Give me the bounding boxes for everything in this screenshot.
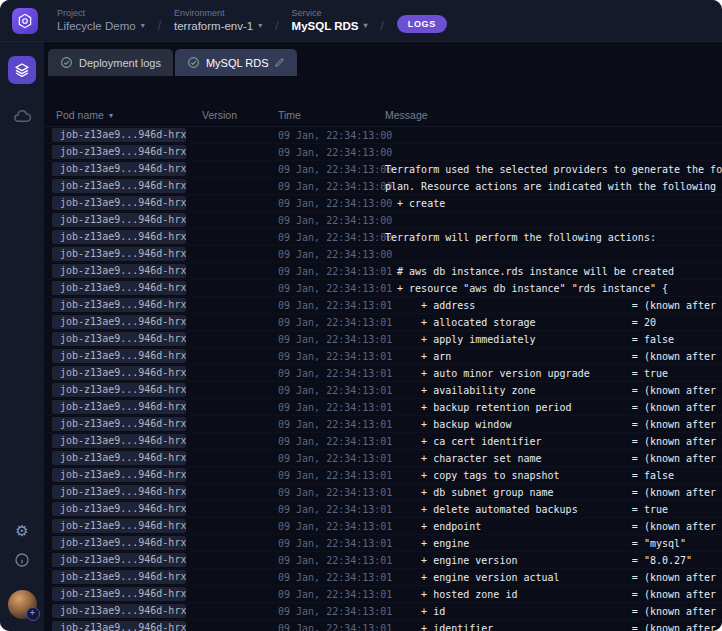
breadcrumb-service: Service MySQL RDS ▾ [292, 9, 368, 32]
user-avatar[interactable]: + [8, 590, 37, 619]
pod-name-cell[interactable]: job-z13ae9...946d-hrx29 [52, 366, 186, 380]
log-row[interactable]: job-z13ae9...946d-hrx2909 Jan, 22:34:13:… [44, 144, 722, 161]
sidebar-item-cloud[interactable] [8, 102, 36, 130]
pod-name-cell[interactable]: job-z13ae9...946d-hrx29 [52, 434, 186, 448]
log-row[interactable]: job-z13ae9...946d-hrx2909 Jan, 22:34:13:… [44, 263, 722, 280]
pod-name-cell[interactable]: job-z13ae9...946d-hrx29 [52, 383, 186, 397]
pod-name-cell[interactable]: job-z13ae9...946d-hrx29 [52, 485, 186, 499]
log-row[interactable]: job-z13ae9...946d-hrx2909 Jan, 22:34:13:… [44, 246, 722, 263]
pod-name-cell[interactable]: job-z13ae9...946d-hrx29 [52, 247, 186, 261]
log-row[interactable]: job-z13ae9...946d-hrx2909 Jan, 22:34:13:… [44, 229, 722, 246]
log-message: + character_set_name = (known after appl… [385, 453, 722, 464]
pod-name-cell[interactable]: job-z13ae9...946d-hrx29 [52, 145, 186, 159]
log-message: plan. Resource actions are indicated wit… [385, 181, 722, 192]
pod-name-cell[interactable]: job-z13ae9...946d-hrx29 [52, 349, 186, 363]
log-message: + engine_version = "8.0.27" [385, 555, 722, 566]
log-row[interactable]: job-z13ae9...946d-hrx2909 Jan, 22:34:13:… [44, 603, 722, 620]
log-row[interactable]: job-z13ae9...946d-hrx2909 Jan, 22:34:13:… [44, 484, 722, 501]
log-row[interactable]: job-z13ae9...946d-hrx2909 Jan, 22:34:13:… [44, 127, 722, 144]
environment-selector[interactable]: terraform-env-1 ▾ [174, 20, 262, 32]
pod-name-cell[interactable]: job-z13ae9...946d-hrx29 [52, 162, 186, 176]
settings-button[interactable]: ⚙ [15, 523, 28, 538]
column-header-version: Version [202, 109, 278, 121]
log-row[interactable]: job-z13ae9...946d-hrx2909 Jan, 22:34:13:… [44, 365, 722, 382]
chevron-down-icon: ▾ [363, 20, 367, 32]
info-button[interactable] [14, 552, 30, 572]
log-time: 09 Jan, 22:34:13:00 [278, 130, 385, 141]
pod-name-cell[interactable]: job-z13ae9...946d-hrx29 [52, 196, 186, 210]
log-message: + delete_automated_backups = true [385, 504, 722, 515]
pod-name-cell[interactable]: job-z13ae9...946d-hrx29 [52, 179, 186, 193]
log-row[interactable]: job-z13ae9...946d-hrx2909 Jan, 22:34:13:… [44, 501, 722, 518]
pencil-icon[interactable] [274, 57, 285, 68]
pod-name-cell[interactable]: job-z13ae9...946d-hrx29 [52, 230, 186, 244]
pod-name-cell[interactable]: job-z13ae9...946d-hrx29 [52, 281, 186, 295]
column-header-pod-name[interactable]: Pod name ▾ [44, 109, 202, 121]
log-row[interactable]: job-z13ae9...946d-hrx2909 Jan, 22:34:13:… [44, 297, 722, 314]
service-selector[interactable]: MySQL RDS ▾ [292, 20, 368, 32]
log-row[interactable]: job-z13ae9...946d-hrx2909 Jan, 22:34:13:… [44, 314, 722, 331]
pod-name-cell[interactable]: job-z13ae9...946d-hrx29 [52, 536, 186, 550]
log-row[interactable]: job-z13ae9...946d-hrx2909 Jan, 22:34:13:… [44, 195, 722, 212]
log-message: + endpoint = (known after apply) [385, 521, 722, 532]
log-row[interactable]: job-z13ae9...946d-hrx2909 Jan, 22:34:13:… [44, 382, 722, 399]
log-message: # aws_db_instance.rds_instance will be c… [385, 266, 722, 277]
pod-name-cell[interactable]: job-z13ae9...946d-hrx29 [52, 570, 186, 584]
pod-name-cell[interactable]: job-z13ae9...946d-hrx29 [52, 128, 186, 142]
pod-name-cell[interactable]: job-z13ae9...946d-hrx29 [52, 298, 186, 312]
pod-name-cell[interactable]: job-z13ae9...946d-hrx29 [52, 604, 186, 618]
log-rows[interactable]: job-z13ae9...946d-hrx2909 Jan, 22:34:13:… [44, 127, 722, 631]
log-row[interactable]: job-z13ae9...946d-hrx2909 Jan, 22:34:13:… [44, 331, 722, 348]
pod-name-cell[interactable]: job-z13ae9...946d-hrx29 [52, 417, 186, 431]
tab-mysql-rds[interactable]: MySQL RDS [175, 49, 298, 76]
chevron-down-icon: ▾ [141, 20, 145, 32]
log-row[interactable]: job-z13ae9...946d-hrx2909 Jan, 22:34:13:… [44, 518, 722, 535]
log-row[interactable]: job-z13ae9...946d-hrx2909 Jan, 22:34:13:… [44, 433, 722, 450]
sidebar-item-stacks[interactable] [8, 56, 36, 84]
log-row[interactable]: job-z13ae9...946d-hrx2909 Jan, 22:34:13:… [44, 178, 722, 195]
log-message: + allocated_storage = 20 [385, 317, 722, 328]
pod-name-cell[interactable]: job-z13ae9...946d-hrx29 [52, 519, 186, 533]
log-row[interactable]: job-z13ae9...946d-hrx2909 Jan, 22:34:13:… [44, 586, 722, 603]
pod-name-cell[interactable]: job-z13ae9...946d-hrx29 [52, 502, 186, 516]
column-header-message: Message [385, 109, 722, 121]
log-time: 09 Jan, 22:34:13:01 [278, 317, 385, 328]
environment-value: terraform-env-1 [174, 20, 253, 32]
log-row[interactable]: job-z13ae9...946d-hrx2909 Jan, 22:34:13:… [44, 280, 722, 297]
log-row[interactable]: job-z13ae9...946d-hrx2909 Jan, 22:34:13:… [44, 399, 722, 416]
project-selector[interactable]: Lifecycle Demo ▾ [57, 20, 145, 32]
log-row[interactable]: job-z13ae9...946d-hrx2909 Jan, 22:34:13:… [44, 161, 722, 178]
pod-name-header-label: Pod name [56, 109, 104, 121]
log-time: 09 Jan, 22:34:13:01 [278, 453, 385, 464]
pod-name-cell[interactable]: job-z13ae9...946d-hrx29 [52, 468, 186, 482]
log-time: 09 Jan, 22:34:13:01 [278, 623, 385, 631]
project-label: Project [57, 9, 145, 18]
pod-name-cell[interactable]: job-z13ae9...946d-hrx29 [52, 621, 186, 631]
pod-name-cell[interactable]: job-z13ae9...946d-hrx29 [52, 587, 186, 601]
pod-name-cell[interactable]: job-z13ae9...946d-hrx29 [52, 332, 186, 346]
log-time: 09 Jan, 22:34:13:01 [278, 368, 385, 379]
log-message: + auto_minor_version_upgrade = true [385, 368, 722, 379]
tab-deployment-logs[interactable]: Deployment logs [48, 49, 173, 76]
pod-name-cell[interactable]: job-z13ae9...946d-hrx29 [52, 553, 186, 567]
log-time: 09 Jan, 22:34:13:01 [278, 300, 385, 311]
log-row[interactable]: job-z13ae9...946d-hrx2909 Jan, 22:34:13:… [44, 569, 722, 586]
log-row[interactable]: job-z13ae9...946d-hrx2909 Jan, 22:34:13:… [44, 348, 722, 365]
app-logo[interactable] [12, 8, 38, 34]
log-row[interactable]: job-z13ae9...946d-hrx2909 Jan, 22:34:13:… [44, 552, 722, 569]
log-row[interactable]: job-z13ae9...946d-hrx2909 Jan, 22:34:13:… [44, 467, 722, 484]
logs-badge[interactable]: LOGS [397, 15, 447, 33]
log-row[interactable]: job-z13ae9...946d-hrx2909 Jan, 22:34:13:… [44, 450, 722, 467]
pod-name-cell[interactable]: job-z13ae9...946d-hrx29 [52, 264, 186, 278]
pod-name-cell[interactable]: job-z13ae9...946d-hrx29 [52, 213, 186, 227]
log-row[interactable]: job-z13ae9...946d-hrx2909 Jan, 22:34:13:… [44, 535, 722, 552]
pod-name-cell[interactable]: job-z13ae9...946d-hrx29 [52, 400, 186, 414]
app-window: Project Lifecycle Demo ▾ / Environment t… [0, 0, 722, 631]
log-row[interactable]: job-z13ae9...946d-hrx2909 Jan, 22:34:13:… [44, 620, 722, 631]
log-row[interactable]: job-z13ae9...946d-hrx2909 Jan, 22:34:13:… [44, 416, 722, 433]
toolbar-spacer [44, 76, 722, 104]
log-row[interactable]: job-z13ae9...946d-hrx2909 Jan, 22:34:13:… [44, 212, 722, 229]
log-message: + apply_immediately = false [385, 334, 722, 345]
pod-name-cell[interactable]: job-z13ae9...946d-hrx29 [52, 315, 186, 329]
pod-name-cell[interactable]: job-z13ae9...946d-hrx29 [52, 451, 186, 465]
